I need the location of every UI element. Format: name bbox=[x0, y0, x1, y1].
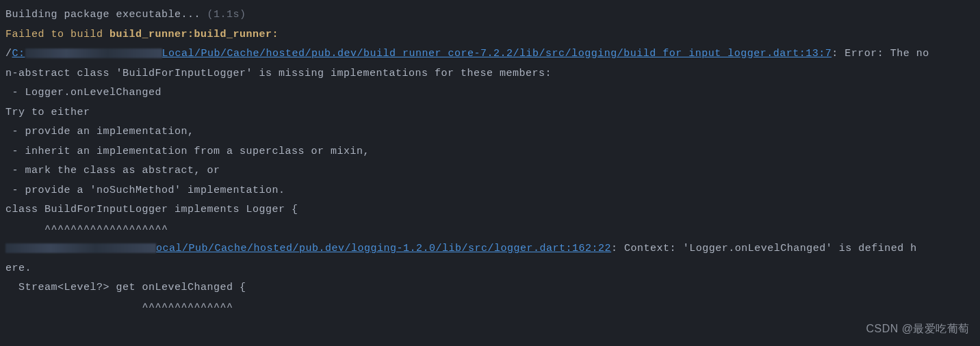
output-line: ocal/Pub/Cache/hosted/pub.dev/logging-1.… bbox=[5, 239, 975, 259]
error-package: build_runner:build_runner: bbox=[109, 29, 279, 40]
watermark-text: CSDN @最爱吃葡萄 bbox=[866, 319, 970, 339]
redacted-path bbox=[25, 49, 162, 58]
file-path-link[interactable]: ocal/Pub/Cache/hosted/pub.dev/logging-1.… bbox=[156, 243, 611, 254]
output-line: n-abstract class 'BuildForInputLogger' i… bbox=[5, 64, 975, 84]
output-line: ^^^^^^^^^^^^^^ bbox=[5, 298, 975, 318]
output-line: Building package executable... (1.1s) bbox=[5, 5, 975, 25]
output-line: - mark the class as abstract, or bbox=[5, 161, 975, 181]
output-line: Failed to build build_runner:build_runne… bbox=[5, 25, 975, 45]
error-prefix: Failed to build bbox=[5, 29, 109, 40]
output-line: /C:Local/Pub/Cache/hosted/pub.dev/build_… bbox=[5, 44, 975, 64]
output-line: class BuildForInputLogger implements Log… bbox=[5, 200, 975, 220]
output-line: Stream<Level?> get onLevelChanged { bbox=[5, 278, 975, 298]
output-line: ^^^^^^^^^^^^^^^^^^^ bbox=[5, 220, 975, 240]
terminal-output: Building package executable... (1.1s) Fa… bbox=[5, 5, 975, 317]
output-line: ere. bbox=[5, 259, 975, 279]
build-message: Building package executable... bbox=[5, 9, 207, 21]
redacted-path bbox=[5, 243, 156, 253]
drive-letter: C: bbox=[12, 48, 25, 59]
output-line: - provide an implementation, bbox=[5, 122, 975, 142]
file-path-link[interactable]: C:Local/Pub/Cache/hosted/pub.dev/build_r… bbox=[12, 48, 832, 59]
context-message: : Context: 'Logger.onLevelChanged' is de… bbox=[611, 243, 917, 254]
output-line: - provide a 'noSuchMethod' implementatio… bbox=[5, 181, 975, 201]
build-time: (1.1s) bbox=[207, 9, 246, 21]
output-line: Try to either bbox=[5, 103, 975, 123]
path-slash: / bbox=[5, 48, 12, 59]
output-line: - Logger.onLevelChanged bbox=[5, 83, 975, 103]
file-path: Local/Pub/Cache/hosted/pub.dev/build_run… bbox=[162, 48, 832, 59]
error-label: : Error: The no bbox=[831, 48, 929, 59]
output-line: - inherit an implementation from a super… bbox=[5, 142, 975, 162]
